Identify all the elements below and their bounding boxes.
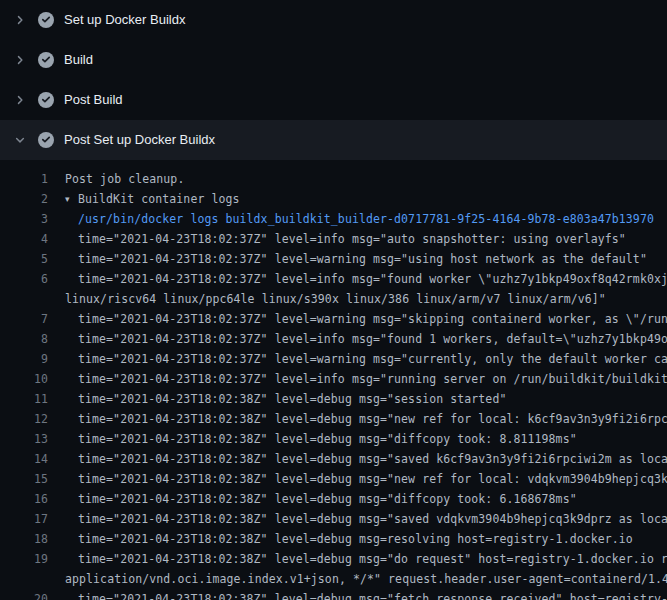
log-line-number[interactable]: 8 [0,329,48,349]
log-line-text-wrap: ▾time="2021-04-23T18:02:38Z" level=debug… [65,429,577,449]
log-line-text: time="2021-04-23T18:02:38Z" level=debug … [78,529,633,549]
log-line-number[interactable]: 19 [0,549,48,569]
log-line-text-wrap: ▾time="2021-04-23T18:02:38Z" level=debug… [65,449,667,469]
log-line-text-wrap: ▾time="2021-04-23T18:02:37Z" level=info … [65,369,667,389]
log-line-text: time="2021-04-23T18:02:38Z" level=debug … [78,489,577,509]
log-line: 16 ▾time="2021-04-23T18:02:38Z" level=de… [0,489,667,509]
log-line: 18 ▾time="2021-04-23T18:02:38Z" level=de… [0,529,667,549]
log-line-text-wrap: ▾application/vnd.oci.image.index.v1+json… [65,569,667,589]
log-line-text-wrap: ▾time="2021-04-23T18:02:37Z" level=warni… [65,349,667,369]
log-line: 12 ▾time="2021-04-23T18:02:38Z" level=de… [0,409,667,429]
log-line-number[interactable]: 4 [0,229,48,249]
check-circle-icon [38,132,54,148]
chevron-icon[interactable] [12,12,28,28]
log-line-text-wrap: ▾time="2021-04-23T18:02:37Z" level=warni… [65,309,667,329]
log-line-text: time="2021-04-23T18:02:37Z" level=info m… [78,329,667,349]
log-line-text-wrap: ▾linux/riscv64 linux/ppc64le linux/s390x… [65,289,606,309]
log-viewer: Set up Docker Buildx Build Post Build Po… [0,0,667,600]
log-line-text-wrap: ▾Post job cleanup. [65,169,184,189]
log-line: ▾application/vnd.oci.image.index.v1+json… [0,569,667,589]
log-line-text-wrap: ▾time="2021-04-23T18:02:37Z" level=warni… [65,249,647,269]
log-line-number[interactable]: 11 [0,389,48,409]
chevron-right-icon [14,94,26,106]
log-line-text: time="2021-04-23T18:02:37Z" level=info m… [78,229,626,249]
log-line-text-wrap: ▾time="2021-04-23T18:02:38Z" level=debug… [65,489,577,509]
log-line-number[interactable]: 6 [0,269,48,289]
step-list: Set up Docker Buildx Build Post Build Po… [0,0,667,160]
step-label: Post Set up Docker Buildx [64,132,215,148]
log-line-text-wrap: ▾BuildKit container logs [65,189,240,209]
log-line: ▾linux/riscv64 linux/ppc64le linux/s390x… [0,289,667,309]
chevron-icon[interactable] [12,132,28,148]
log-line-text: time="2021-04-23T18:02:38Z" level=debug … [78,389,506,409]
log-line: 11 ▾time="2021-04-23T18:02:38Z" level=de… [0,389,667,409]
log-line: 1 ▾Post job cleanup. [0,169,667,189]
check-circle-icon [38,92,54,108]
log-line-number[interactable]: 7 [0,309,48,329]
log-line-text: time="2021-04-23T18:02:37Z" level=warnin… [78,249,647,269]
log-line: 17 ▾time="2021-04-23T18:02:38Z" level=de… [0,509,667,529]
step-label: Post Build [64,92,123,108]
log-line-text: time="2021-04-23T18:02:38Z" level=debug … [78,509,667,529]
chevron-icon[interactable] [12,52,28,68]
log-line-text: time="2021-04-23T18:02:38Z" level=debug … [78,409,667,429]
log-line-text: BuildKit container logs [78,189,240,209]
log-line-number[interactable]: 12 [0,409,48,429]
check-circle-icon [38,12,54,28]
log-line-number[interactable]: 3 [0,209,48,229]
log-line-text: time="2021-04-23T18:02:37Z" level=info m… [78,269,667,289]
log-line: 10 ▾time="2021-04-23T18:02:37Z" level=in… [0,369,667,389]
log-line-number[interactable] [0,569,48,589]
group-expander-icon[interactable]: ▾ [65,189,78,209]
log-line: 14 ▾time="2021-04-23T18:02:38Z" level=de… [0,449,667,469]
log-line: 20 ▾time="2021-04-23T18:02:38Z" level=de… [0,589,667,600]
log-line-text-wrap: ▾time="2021-04-23T18:02:38Z" level=debug… [65,549,667,569]
chevron-icon[interactable] [12,92,28,108]
log-line: 15 ▾time="2021-04-23T18:02:38Z" level=de… [0,469,667,489]
step-row[interactable]: Post Build [0,80,667,120]
log-line-number[interactable]: 9 [0,349,48,369]
log-line-number[interactable]: 18 [0,529,48,549]
log-line-text: time="2021-04-23T18:02:37Z" level=info m… [78,369,667,389]
log-line-number[interactable]: 20 [0,589,48,600]
log-line-text: time="2021-04-23T18:02:38Z" level=debug … [78,449,667,469]
log-line: 5 ▾time="2021-04-23T18:02:37Z" level=war… [0,249,667,269]
step-row[interactable]: Post Set up Docker Buildx [0,120,667,160]
log-line-number[interactable]: 16 [0,489,48,509]
log-line: 8 ▾time="2021-04-23T18:02:37Z" level=inf… [0,329,667,349]
log-line-number[interactable]: 2 [0,189,48,209]
log-line-number[interactable]: 10 [0,369,48,389]
log-line: 4 ▾time="2021-04-23T18:02:37Z" level=inf… [0,229,667,249]
log-line: 7 ▾time="2021-04-23T18:02:37Z" level=war… [0,309,667,329]
log-line-text: time="2021-04-23T18:02:37Z" level=warnin… [78,309,667,329]
chevron-right-icon [14,14,26,26]
log-line: 2 ▾BuildKit container logs [0,189,667,209]
log-line-number[interactable] [0,289,48,309]
log-line-number[interactable]: 1 [0,169,48,189]
log-line-text: /usr/bin/docker logs buildx_buildkit_bui… [78,209,654,229]
log-area: 1 ▾Post job cleanup. 2 ▾BuildKit contain… [0,160,667,600]
log-line-number[interactable]: 17 [0,509,48,529]
log-line-text: time="2021-04-23T18:02:37Z" level=warnin… [78,349,667,369]
log-line-text-wrap: ▾time="2021-04-23T18:02:37Z" level=info … [65,269,667,289]
log-line-number[interactable]: 13 [0,429,48,449]
log-line-text-wrap: ▾time="2021-04-23T18:02:38Z" level=debug… [65,469,667,489]
step-row[interactable]: Build [0,40,667,80]
log-line-text-wrap: ▾time="2021-04-23T18:02:38Z" level=debug… [65,589,667,600]
log-line-text: time="2021-04-23T18:02:38Z" level=debug … [78,589,667,600]
log-line-text-wrap: ▾time="2021-04-23T18:02:37Z" level=info … [65,229,626,249]
log-line-text: Post job cleanup. [65,169,184,189]
log-line-text-wrap: ▾/usr/bin/docker logs buildx_buildkit_bu… [65,209,654,229]
check-circle-icon [38,52,54,68]
log-line-text-wrap: ▾time="2021-04-23T18:02:38Z" level=debug… [65,389,506,409]
log-line: 6 ▾time="2021-04-23T18:02:37Z" level=inf… [0,269,667,289]
log-line-number[interactable]: 5 [0,249,48,269]
log-line-text: time="2021-04-23T18:02:38Z" level=debug … [78,469,667,489]
log-line: 19 ▾time="2021-04-23T18:02:38Z" level=de… [0,549,667,569]
step-row[interactable]: Set up Docker Buildx [0,0,667,40]
log-line-number[interactable]: 14 [0,449,48,469]
step-label: Set up Docker Buildx [64,12,185,28]
log-line-number[interactable]: 15 [0,469,48,489]
log-line: 9 ▾time="2021-04-23T18:02:37Z" level=war… [0,349,667,369]
log-line-text-wrap: ▾time="2021-04-23T18:02:38Z" level=debug… [65,509,667,529]
